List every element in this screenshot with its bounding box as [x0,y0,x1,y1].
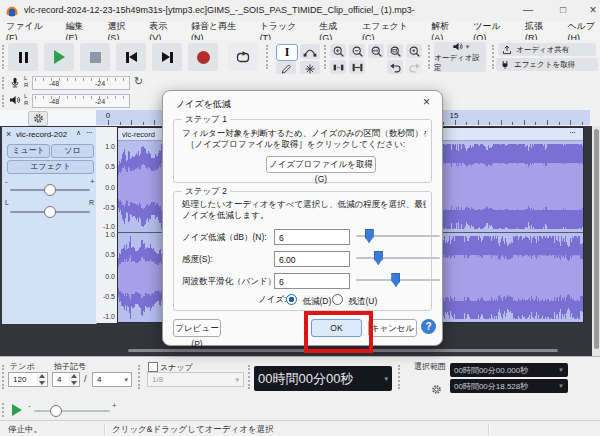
timeline-options-button[interactable] [28,111,48,126]
tempo-spinner[interactable]: 120 [8,372,48,387]
close-button[interactable]: × [578,3,600,17]
track-collapse-icon[interactable]: ∧ [76,129,81,137]
zoom-project-button[interactable] [387,44,403,58]
toolbar-grip[interactable] [2,403,6,417]
tempo-label: テンポ [10,361,35,372]
spin-down-icon [71,381,77,385]
zoom-toggle-button[interactable] [406,44,422,58]
speaker-icon [8,94,21,106]
playback-meter[interactable]: -48 -24 [32,94,130,108]
loop-icon [235,49,251,65]
selection-tool-button[interactable]: I [276,44,298,61]
toolbar-grip[interactable] [428,45,432,69]
preview-button[interactable]: プレビュー(P) [173,319,221,337]
toolbar-grip[interactable] [324,45,328,69]
frequency-smoothing-label: 周波数平滑化（バンド）(F): [182,276,278,288]
sensitivity-input[interactable] [274,251,350,267]
vertical-scale-ruler[interactable]: 1.0 0.5 0.0 -0.5 -1.0 1.0 0.5 0.0 -0.5 -… [96,127,118,323]
step1-group: ステップ 1 フィルター対象を判断するため、ノイズのみの区間（数秒間）を選択して… [173,119,432,183]
slider-thumb[interactable] [374,251,383,265]
redo-button[interactable] [406,60,422,74]
toolbar-grip[interactable] [2,45,6,69]
envelope-tool-button[interactable] [300,44,320,59]
vertical-scrollbar-thumb[interactable] [594,129,599,349]
share-audio-button[interactable]: オーディオ共有 [498,43,596,56]
stop-button[interactable] [80,43,110,71]
audio-setup-label: オーディオ設定 [434,53,486,73]
effects-button[interactable]: エフェクト [7,160,94,174]
toolbar-grip[interactable] [2,365,6,389]
toolbar-grip[interactable] [266,45,270,69]
vertical-scrollbar[interactable] [592,126,600,356]
gain-slider-thumb[interactable] [44,184,56,196]
clip-menu-icon[interactable]: ··· [569,127,575,137]
dialog-close-icon[interactable]: × [423,95,430,109]
chevron-down-icon: ▼ [558,383,564,389]
zoom-in-icon [332,45,345,58]
step2-legend: ステップ 2 [182,186,230,198]
zoom-in-button[interactable] [330,44,346,58]
track-close-icon[interactable]: × [6,129,11,139]
toolbar-grip[interactable] [138,365,142,389]
selection-end-field[interactable]: 00時間00分18.528秒 ▼ [450,379,568,393]
track-name[interactable]: vlc-record-202 [16,130,74,139]
play-speed-thumb[interactable] [50,405,62,417]
play-at-speed-button[interactable] [8,402,26,418]
skip-to-start-button[interactable] [116,43,146,71]
skip-to-end-button[interactable] [152,43,182,71]
noise-reduction-slider[interactable] [356,229,440,243]
track-menu-icon[interactable]: ··· [86,127,92,137]
timeline-label-15: 15 [450,111,459,120]
maximize-button[interactable]: □ [548,4,578,15]
timesig-lower-dropdown[interactable]: 4 ▾ [92,372,132,387]
toolbar-grip[interactable] [248,365,252,389]
radio-on-icon [286,294,297,305]
sensitivity-slider[interactable] [356,251,440,265]
audio-setup-button[interactable]: ▾ オーディオ設定 [434,42,486,72]
recording-meter[interactable]: -48 -24 [32,76,130,90]
minimize-button[interactable]: — [513,4,543,15]
get-effects-button[interactable]: エフェクトを取得 [496,58,598,71]
record-button[interactable] [188,43,218,71]
toolbar-grip[interactable] [2,95,6,107]
meter-refresh-icon[interactable]: ↻ [134,75,143,88]
trim-audio-button[interactable] [330,60,346,74]
solo-button[interactable]: ソロ [51,144,94,158]
pause-button[interactable] [8,43,38,71]
toolbar-grip[interactable] [2,77,6,89]
frequency-smoothing-slider[interactable] [356,273,440,287]
get-noise-profile-button[interactable]: ノイズプロファイルを取得(G) [266,156,376,173]
slider-thumb[interactable] [365,229,374,243]
noise-reduction-input[interactable] [274,229,350,245]
selection-start-field[interactable]: 00時間00分00.000秒 ▼ [450,363,568,377]
mute-button[interactable]: ミュート [7,144,50,158]
slider-thumb[interactable] [391,273,400,287]
radio-reduce[interactable]: 低減(D) [286,294,331,308]
multi-tool-icon [304,63,316,75]
pencil-icon [280,63,292,75]
play-button[interactable] [44,43,74,71]
loop-button[interactable] [228,43,258,71]
toolbar-grip[interactable] [398,365,402,389]
undo-button[interactable] [387,60,403,74]
radio-residue[interactable]: 残渣(U) [332,294,377,308]
silence-audio-button[interactable] [349,60,365,74]
zoom-selection-button[interactable] [368,44,384,58]
gain-plus-label: + [90,177,95,186]
cancel-button[interactable]: キャンセル [368,319,417,337]
audio-position-display[interactable]: 00時間00分00秒 ▾ [254,366,392,391]
selection-options-button[interactable] [431,384,442,395]
stop-icon [90,52,101,63]
frequency-smoothing-input[interactable] [274,273,350,289]
ibeam-icon: I [285,45,290,60]
spin-up-icon [39,374,45,378]
snap-mode-dropdown[interactable]: 1/8 ▾ [147,372,244,387]
chevron-down-icon: ▾ [235,376,239,384]
status-state: 停止中。 [8,424,42,436]
pan-slider-thumb[interactable] [44,206,56,218]
play-speed-slider[interactable] [34,410,110,412]
help-button[interactable]: ? [421,319,436,334]
record-icon [197,51,210,64]
timesig-upper-spinner[interactable]: 4 [52,372,80,387]
zoom-out-button[interactable] [349,44,365,58]
